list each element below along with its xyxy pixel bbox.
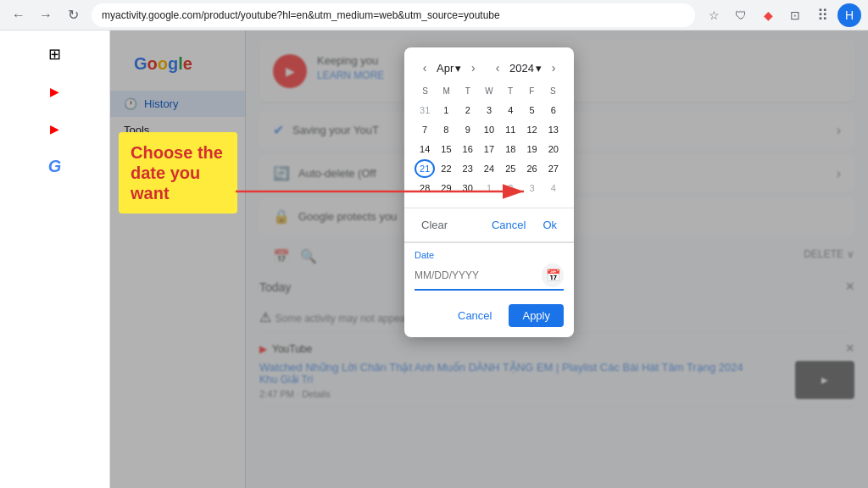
calendar-day[interactable]: 3 <box>521 179 542 197</box>
extension-icon[interactable]: ◆ <box>756 3 780 27</box>
day-header: T <box>500 85 521 97</box>
calendar-day[interactable]: 4 <box>500 101 520 119</box>
calendar-day[interactable]: 2 <box>500 179 520 197</box>
year-dropdown-icon: ▾ <box>536 62 542 75</box>
bookmark-icon[interactable]: ☆ <box>702 3 726 27</box>
calendar-day[interactable]: 19 <box>521 140 542 158</box>
day-header: W <box>478 85 499 97</box>
date-picker-modal: ‹ Apr ▾ › ‹ 2024 ▾ › <box>404 47 574 337</box>
browser-chrome: ← → ↻ ☆ 🛡 ◆ ⊡ ⠿ H <box>0 0 868 30</box>
calendar-day[interactable]: 28 <box>415 179 435 197</box>
profile-avatar[interactable]: H <box>837 3 861 27</box>
shield-icon[interactable]: 🛡 <box>729 3 753 27</box>
calendar-actions: Clear Cancel Ok <box>404 208 574 241</box>
prev-year-button[interactable]: ‹ <box>487 58 508 78</box>
date-input-label: Date <box>415 250 564 260</box>
year-nav-group: ‹ 2024 ▾ › <box>487 58 564 78</box>
sidebar-toggle-icon[interactable]: ⊡ <box>783 3 807 27</box>
calendar-ok-button[interactable]: Ok <box>536 215 564 235</box>
calendar-day[interactable]: 23 <box>458 159 478 178</box>
month-label: Apr <box>437 62 453 75</box>
back-button[interactable]: ← <box>7 3 31 27</box>
next-year-button[interactable]: › <box>543 58 564 78</box>
calendar-day[interactable]: 14 <box>415 140 435 158</box>
calendar-day[interactable]: 12 <box>521 120 542 139</box>
clear-button[interactable]: Clear <box>415 215 454 235</box>
calendar-day[interactable]: 5 <box>521 101 542 119</box>
calendar-day[interactable]: 27 <box>543 159 564 178</box>
modal-apply-button[interactable]: Apply <box>509 304 564 327</box>
calendar-cancel-button[interactable]: Cancel <box>485 215 532 235</box>
calendar-header: ‹ Apr ▾ › ‹ 2024 ▾ › <box>415 58 564 78</box>
calendar-day[interactable]: 8 <box>436 120 456 139</box>
calendar-day[interactable]: 21 <box>415 159 435 178</box>
calendar-day[interactable]: 1 <box>436 101 456 119</box>
address-bar[interactable] <box>92 3 695 27</box>
browser-sidebar: ⊞ ▶ ▶ G <box>0 30 110 488</box>
calendar-day[interactable]: 13 <box>543 120 564 139</box>
calendar-day[interactable]: 24 <box>479 159 499 178</box>
date-input-section: Date 📅 <box>404 242 574 301</box>
calendar-day[interactable]: 30 <box>458 179 478 197</box>
calendar-day[interactable]: 1 <box>479 179 499 197</box>
date-input-wrapper: 📅 <box>415 263 564 291</box>
date-input-field[interactable] <box>415 269 542 281</box>
day-header: S <box>542 85 564 97</box>
day-header: F <box>521 85 542 97</box>
calendar-day[interactable]: 6 <box>543 101 564 119</box>
apps-icon[interactable]: ⠿ <box>810 3 834 27</box>
month-dropdown-icon: ▾ <box>455 62 461 75</box>
annotation-text: Choose the date you want <box>131 142 225 203</box>
calendar-day[interactable]: 11 <box>500 120 520 139</box>
calendar-day[interactable]: 16 <box>458 140 478 158</box>
day-header: S <box>415 85 436 97</box>
month-nav-group: ‹ Apr ▾ › <box>415 58 483 78</box>
calendar-days-grid[interactable]: 3112345678910111213141516171819202122232… <box>415 101 564 197</box>
calendar-section: ‹ Apr ▾ › ‹ 2024 ▾ › <box>404 47 574 208</box>
calendar-day[interactable]: 25 <box>500 159 520 178</box>
browser-actions: ☆ 🛡 ◆ ⊡ ⠿ H <box>702 3 861 27</box>
calendar-day[interactable]: 2 <box>458 101 478 119</box>
sidebar-google-icon[interactable]: G <box>38 149 72 183</box>
content-area: Google 🕐 History Tools Actions Send feed… <box>110 30 868 488</box>
calendar-day[interactable]: 4 <box>543 179 564 197</box>
calendar-day[interactable]: 26 <box>521 159 542 178</box>
annotation-box: Choose the date you want <box>119 132 237 214</box>
calendar-day[interactable]: 10 <box>479 120 499 139</box>
next-month-button[interactable]: › <box>463 58 483 78</box>
calendar-day[interactable]: 20 <box>543 140 564 158</box>
calendar-day[interactable]: 29 <box>436 179 456 197</box>
calendar-day[interactable]: 15 <box>436 140 456 158</box>
sidebar-youtube-icon-2[interactable]: ▶ <box>38 112 72 146</box>
calendar-day[interactable]: 31 <box>415 101 435 119</box>
main-layout: ⊞ ▶ ▶ G Google 🕐 History Tools Ac <box>0 30 868 488</box>
sidebar-tab-icon[interactable]: ⊞ <box>38 37 72 71</box>
sidebar-youtube-icon-1[interactable]: ▶ <box>38 75 72 108</box>
calendar-day[interactable]: 9 <box>458 120 478 139</box>
date-modal-actions: Cancel Apply <box>404 301 574 337</box>
day-header: M <box>436 85 457 97</box>
refresh-button[interactable]: ↻ <box>61 3 85 27</box>
month-select-button[interactable]: Apr ▾ <box>437 62 461 75</box>
nav-buttons: ← → ↻ <box>7 3 85 27</box>
calendar-day[interactable]: 22 <box>436 159 456 178</box>
modal-cancel-button[interactable]: Cancel <box>448 304 502 327</box>
year-select-button[interactable]: 2024 ▾ <box>509 62 542 75</box>
calendar-day[interactable]: 18 <box>500 140 520 158</box>
calendar-day-headers: SMTWTFS <box>415 85 564 97</box>
calendar-day[interactable]: 3 <box>479 101 499 119</box>
prev-month-button[interactable]: ‹ <box>415 58 435 78</box>
forward-button[interactable]: → <box>34 3 58 27</box>
year-label: 2024 <box>509 62 534 75</box>
calendar-day[interactable]: 17 <box>479 140 499 158</box>
calendar-icon-button[interactable]: 📅 <box>542 263 564 287</box>
calendar-day[interactable]: 7 <box>415 120 435 139</box>
day-header: T <box>457 85 478 97</box>
